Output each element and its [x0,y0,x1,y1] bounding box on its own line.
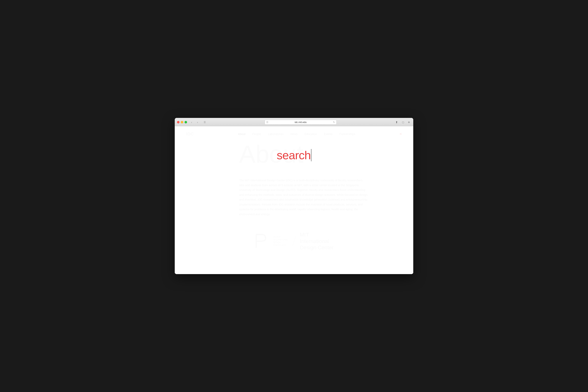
reload-icon[interactable]: ↻ [333,121,335,124]
browser-window: ‹ › ☰ ☰ idc.mit.edu ↻ ⬆ □ + IDC About Pe… [175,118,413,274]
search-overlay: search [175,126,413,274]
search-text: search [277,149,311,161]
browser-chrome: ‹ › ☰ ☰ idc.mit.edu ↻ ⬆ □ + [175,118,413,126]
duplicate-tab-button[interactable]: □ [400,120,406,124]
page-content: IDC About People Laboratories News Educa… [175,126,413,274]
back-button[interactable]: ‹ [189,120,194,124]
traffic-lights [177,121,187,124]
new-tab-button[interactable]: + [407,120,411,124]
browser-actions: ⬆ □ + [394,120,411,124]
forward-button[interactable]: › [195,120,200,124]
share-button[interactable]: ⬆ [394,120,399,124]
minimize-button[interactable] [181,121,183,124]
search-input-wrapper[interactable]: search [277,149,311,161]
reader-icon: ☰ [266,121,268,124]
close-button[interactable] [177,121,180,124]
maximize-button[interactable] [185,121,187,124]
address-bar-area: ☰ idc.mit.edu ↻ [209,120,392,124]
sidebar-button[interactable]: ☰ [202,120,207,124]
nav-buttons: ‹ › [189,120,200,124]
search-cursor [311,149,311,161]
address-bar[interactable]: idc.mit.edu [265,120,337,124]
